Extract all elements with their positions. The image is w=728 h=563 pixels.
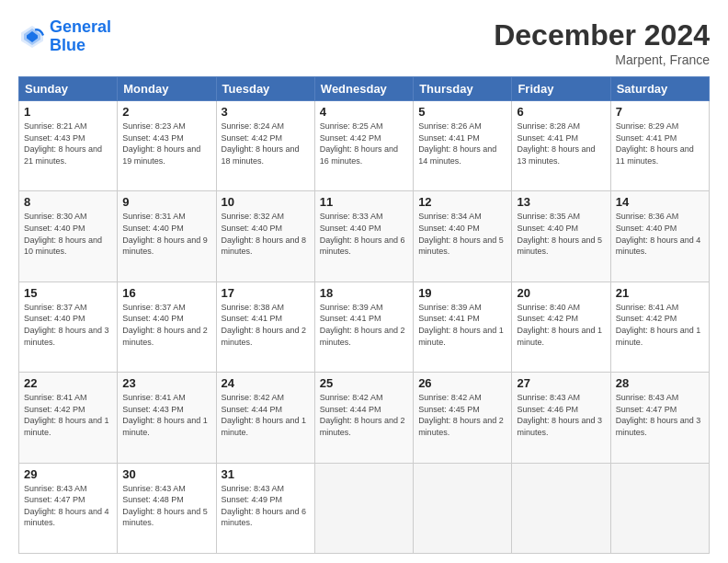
day-cell: 13 Sunrise: 8:35 AM Sunset: 4:40 PM Dayl… [512,191,610,282]
day-cell: 15 Sunrise: 8:37 AM Sunset: 4:40 PM Dayl… [19,282,118,372]
day-cell: 20 Sunrise: 8:40 AM Sunset: 4:42 PM Dayl… [512,282,610,372]
day-cell: 22 Sunrise: 8:41 AM Sunset: 4:42 PM Dayl… [19,373,118,463]
day-cell: 24 Sunrise: 8:42 AM Sunset: 4:44 PM Dayl… [216,373,314,463]
day-cell: 30 Sunrise: 8:43 AM Sunset: 4:48 PM Dayl… [118,463,216,553]
subtitle: Marpent, France [494,52,710,67]
day-cell: 31 Sunrise: 8:43 AM Sunset: 4:49 PM Dayl… [216,463,314,553]
day-cell: 14 Sunrise: 8:36 AM Sunset: 4:40 PM Dayl… [610,191,709,282]
day-cell: 12 Sunrise: 8:34 AM Sunset: 4:40 PM Dayl… [414,191,512,282]
day-cell: 2 Sunrise: 8:23 AM Sunset: 4:43 PM Dayli… [118,101,216,191]
day-cell: 18 Sunrise: 8:39 AM Sunset: 4:41 PM Dayl… [314,282,413,372]
day-cell: 4 Sunrise: 8:25 AM Sunset: 4:42 PM Dayli… [314,101,413,191]
week-row: 15 Sunrise: 8:37 AM Sunset: 4:40 PM Dayl… [19,282,710,372]
day-cell: 5 Sunrise: 8:26 AM Sunset: 4:41 PM Dayli… [414,101,512,191]
logo-text: General Blue [50,18,111,55]
day-cell: 29 Sunrise: 8:43 AM Sunset: 4:47 PM Dayl… [19,463,118,553]
day-cell: 19 Sunrise: 8:39 AM Sunset: 4:41 PM Dayl… [414,282,512,372]
page: General Blue December 2024 Marpent, Fran… [0,0,728,563]
header-sunday: Sunday [19,77,118,101]
header-tuesday: Tuesday [216,77,314,101]
day-cell: 21 Sunrise: 8:41 AM Sunset: 4:42 PM Dayl… [610,282,709,372]
logo: General Blue [18,18,111,55]
header-friday: Friday [512,77,610,101]
day-cell: 16 Sunrise: 8:37 AM Sunset: 4:40 PM Dayl… [118,282,216,372]
header-monday: Monday [118,77,216,101]
week-row: 1 Sunrise: 8:21 AM Sunset: 4:43 PM Dayli… [19,101,710,191]
empty-cell [414,463,512,553]
main-title: December 2024 [494,18,710,52]
empty-cell [610,463,709,553]
header-saturday: Saturday [610,77,709,101]
title-area: December 2024 Marpent, France [494,18,710,67]
day-cell: 10 Sunrise: 8:32 AM Sunset: 4:40 PM Dayl… [216,191,314,282]
day-cell: 28 Sunrise: 8:43 AM Sunset: 4:47 PM Dayl… [610,373,709,463]
day-cell: 17 Sunrise: 8:38 AM Sunset: 4:41 PM Dayl… [216,282,314,372]
week-row: 22 Sunrise: 8:41 AM Sunset: 4:42 PM Dayl… [19,373,710,463]
day-cell: 8 Sunrise: 8:30 AM Sunset: 4:40 PM Dayli… [19,191,118,282]
header-thursday: Thursday [414,77,512,101]
day-cell: 26 Sunrise: 8:42 AM Sunset: 4:45 PM Dayl… [414,373,512,463]
day-cell: 11 Sunrise: 8:33 AM Sunset: 4:40 PM Dayl… [314,191,413,282]
day-cell: 6 Sunrise: 8:28 AM Sunset: 4:41 PM Dayli… [512,101,610,191]
day-cell: 7 Sunrise: 8:29 AM Sunset: 4:41 PM Dayli… [610,101,709,191]
day-cell: 3 Sunrise: 8:24 AM Sunset: 4:42 PM Dayli… [216,101,314,191]
week-row: 8 Sunrise: 8:30 AM Sunset: 4:40 PM Dayli… [19,191,710,282]
day-cell: 25 Sunrise: 8:42 AM Sunset: 4:44 PM Dayl… [314,373,413,463]
logo-icon [18,23,46,51]
weekday-header-row: Sunday Monday Tuesday Wednesday Thursday… [19,77,710,101]
week-row: 29 Sunrise: 8:43 AM Sunset: 4:47 PM Dayl… [19,463,710,553]
day-cell: 9 Sunrise: 8:31 AM Sunset: 4:40 PM Dayli… [118,191,216,282]
header: General Blue December 2024 Marpent, Fran… [18,18,710,67]
header-wednesday: Wednesday [314,77,413,101]
day-cell: 1 Sunrise: 8:21 AM Sunset: 4:43 PM Dayli… [19,101,118,191]
day-cell: 23 Sunrise: 8:41 AM Sunset: 4:43 PM Dayl… [118,373,216,463]
empty-cell [314,463,413,553]
empty-cell [512,463,610,553]
day-cell: 27 Sunrise: 8:43 AM Sunset: 4:46 PM Dayl… [512,373,610,463]
calendar: Sunday Monday Tuesday Wednesday Thursday… [18,76,710,554]
